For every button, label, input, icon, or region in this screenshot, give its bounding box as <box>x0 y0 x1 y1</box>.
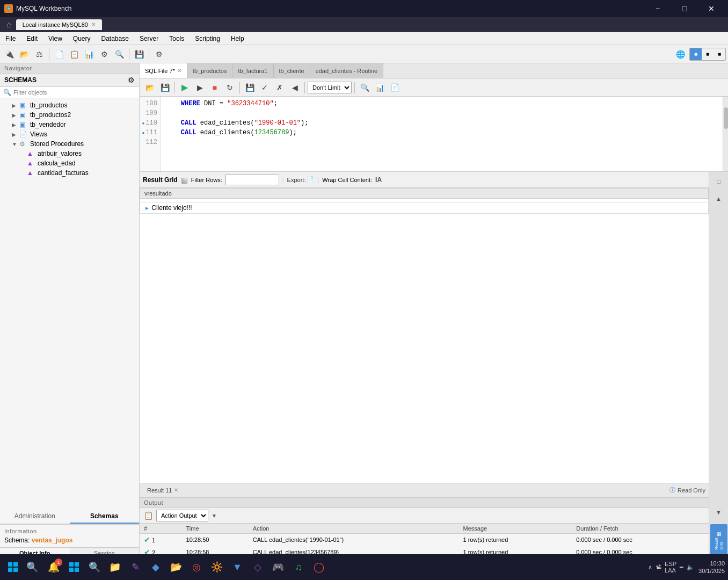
maximize-button[interactable]: □ <box>672 0 697 17</box>
schemas-icon[interactable]: ⚙ <box>128 76 135 84</box>
create-table-button[interactable]: 📋 <box>67 47 81 61</box>
sql-editor: 108 109 110 111 112 WHERE DNI = "3623344… <box>140 97 728 172</box>
create-routine-button[interactable]: ⚙ <box>97 47 111 61</box>
taskbar-windows-icon[interactable] <box>64 557 84 577</box>
menu-scripting[interactable]: Scripting <box>190 34 225 44</box>
view-toggle-1[interactable]: ■ <box>690 48 702 60</box>
execute-button[interactable]: ▶ <box>178 81 192 95</box>
table-row[interactable] <box>140 199 709 202</box>
taskbar-mysql-icon[interactable]: ▼ <box>228 557 247 577</box>
rollback-button[interactable]: ✗ <box>273 81 287 95</box>
filter-objects-input[interactable] <box>13 89 136 96</box>
sql-content[interactable]: WHERE DNI = "3623344710" ; CALL edad_cli… <box>161 97 723 171</box>
expand-result-button[interactable]: □ <box>711 174 726 189</box>
menu-help[interactable]: Help <box>225 34 250 44</box>
export-results-button[interactable]: 💾 <box>243 81 257 95</box>
output-row-1[interactable]: ✔ 1 10:28:50 CALL edad_clientes("1990-01… <box>140 534 709 546</box>
instance-tab-close[interactable]: ✕ <box>91 21 96 27</box>
tree-item-calcula-edad[interactable]: ▲ calcula_edad <box>15 158 139 168</box>
menu-database[interactable]: Database <box>96 34 134 44</box>
manage-connections-button[interactable]: ⚖ <box>32 47 46 61</box>
menu-server[interactable]: Server <box>134 34 164 44</box>
taskbar-search-icon2[interactable]: 🔍 <box>85 557 104 577</box>
tree-item-tb-productos[interactable]: ▶ ▣ tb_productos <box>8 100 139 110</box>
menu-tools[interactable]: Tools <box>164 34 190 44</box>
taskbar-app1-icon[interactable]: ◎ <box>187 557 206 577</box>
scroll-down-button[interactable]: ▼ <box>711 505 726 520</box>
view-toggle-2[interactable]: ■ <box>702 48 714 60</box>
taskbar-app3-icon[interactable]: ◇ <box>248 557 267 577</box>
taskbar-vs-code-icon[interactable]: ◆ <box>146 557 165 577</box>
refresh-button[interactable]: ↻ <box>223 81 237 95</box>
tree-item-tb-vendedor[interactable]: ▶ ▣ tb_vendedor <box>8 120 139 129</box>
create-view-button[interactable]: 📊 <box>82 47 96 61</box>
export-button[interactable]: Export: 📄 <box>287 176 315 183</box>
query-tab-close[interactable]: ✕ <box>177 68 181 74</box>
find-button[interactable]: 🔍 <box>358 81 372 95</box>
action-output-select[interactable]: Action Output <box>156 510 208 521</box>
visual-explain-button[interactable]: 📄 <box>388 81 402 95</box>
sql-scrollbar[interactable] <box>723 97 728 171</box>
settings-button[interactable]: ⚙ <box>152 47 166 61</box>
view-toggle-3[interactable]: ■ <box>714 48 725 60</box>
filter-rows-input[interactable] <box>225 175 279 185</box>
save-file-button[interactable]: 💾 <box>158 81 172 95</box>
instance-tab[interactable]: Local instance MySQL80 ✕ <box>16 19 102 30</box>
menu-edit[interactable]: Edit <box>21 34 43 44</box>
globe-button[interactable]: 🌐 <box>673 47 687 61</box>
tree-item-tb-productos2[interactable]: ▶ ▣ tb_productos2 <box>8 110 139 120</box>
stop-button[interactable]: ■ <box>208 81 222 95</box>
toggle-wrap-button[interactable]: ◀ <box>288 81 302 95</box>
taskbar-ide-icon[interactable]: ✎ <box>126 557 145 577</box>
commit-button[interactable]: ✓ <box>258 81 272 95</box>
search-icon: 🔍 <box>3 89 11 96</box>
new-connection-button[interactable]: 🔌 <box>2 47 16 61</box>
window-controls: − □ ✕ <box>645 0 724 17</box>
result-tab-11[interactable]: Result 11 ✕ <box>143 486 183 495</box>
query-tab-edad-clientes[interactable]: edad_clientes - Routine <box>310 63 384 78</box>
tree-item-atribuir-valores[interactable]: ▲ atribuir_valores <box>15 149 139 158</box>
open-button[interactable]: 📂 <box>17 47 31 61</box>
query-stats-button[interactable]: 📊 <box>373 81 387 95</box>
minimize-button[interactable]: − <box>645 0 670 17</box>
menu-query[interactable]: Query <box>68 34 96 44</box>
execute-selection-button[interactable]: ▶ <box>193 81 207 95</box>
table-row[interactable]: ► Cliente viejo!!! <box>140 202 709 214</box>
search-button[interactable]: 🔍 <box>112 47 126 61</box>
tree-item-cantidad-facturas[interactable]: ▲ cantidad_facturas <box>15 168 139 178</box>
taskbar-search-button[interactable]: 🔍 <box>23 557 42 577</box>
taskbar-discord-icon[interactable]: 🎮 <box>268 557 288 577</box>
start-button[interactable] <box>3 557 23 577</box>
taskbar-time[interactable]: 10:30 30/1/2025 <box>698 560 725 575</box>
query-tab-tb-factura1[interactable]: tb_factura1 <box>232 63 273 78</box>
open-schema-button[interactable]: 📄 <box>52 47 66 61</box>
query-tab-sql-file-7[interactable]: SQL File 7* ✕ <box>140 63 187 78</box>
sidebar-tab-administration[interactable]: Administration <box>0 510 70 524</box>
result-tab-label: Result 11 <box>147 487 172 494</box>
taskbar-chrome-icon[interactable]: ◯ <box>309 557 329 577</box>
query-tab-tb-productos[interactable]: tb_productos <box>187 63 233 78</box>
sidebar-tab-schemas[interactable]: Schemas <box>70 510 140 524</box>
sql-line-111: CALL edad_clientes( 123456789 ); <box>165 128 718 137</box>
taskbar-spotify-icon[interactable]: ♫ <box>289 557 308 577</box>
export-icon: 📄 <box>307 176 314 183</box>
taskbar-app2-icon[interactable]: 🔆 <box>207 557 227 577</box>
menu-file[interactable]: File <box>0 34 21 44</box>
query-tab-tb-cliente[interactable]: tb_cliente <box>274 63 310 78</box>
open-file-button[interactable]: 📂 <box>143 81 157 95</box>
tree-item-stored-procedures[interactable]: ▼ ⚙ Stored Procedures <box>8 139 139 149</box>
home-button[interactable]: ⌂ <box>2 20 16 30</box>
limit-select[interactable]: Don't Limit 1000 rows 500 rows <box>308 82 352 93</box>
import-button[interactable]: 💾 <box>132 47 146 61</box>
tree-item-views[interactable]: ▶ 📄 Views <box>8 129 139 139</box>
taskbar-notification-icon[interactable]: 🔔 1 <box>44 557 63 577</box>
result-grid-view-button[interactable]: ▦ ResultGrid <box>710 524 727 556</box>
result-tab-close[interactable]: ✕ <box>174 487 178 493</box>
scroll-up-button[interactable]: ▲ <box>711 191 726 206</box>
chevron-up-icon[interactable]: ∧ <box>648 564 652 571</box>
view-toggle: ■ ■ ■ <box>689 48 726 61</box>
menu-view[interactable]: View <box>43 34 68 44</box>
close-button[interactable]: ✕ <box>699 0 724 17</box>
taskbar-folder-icon[interactable]: 📂 <box>166 557 186 577</box>
taskbar-file-explorer-icon[interactable]: 📁 <box>105 557 125 577</box>
